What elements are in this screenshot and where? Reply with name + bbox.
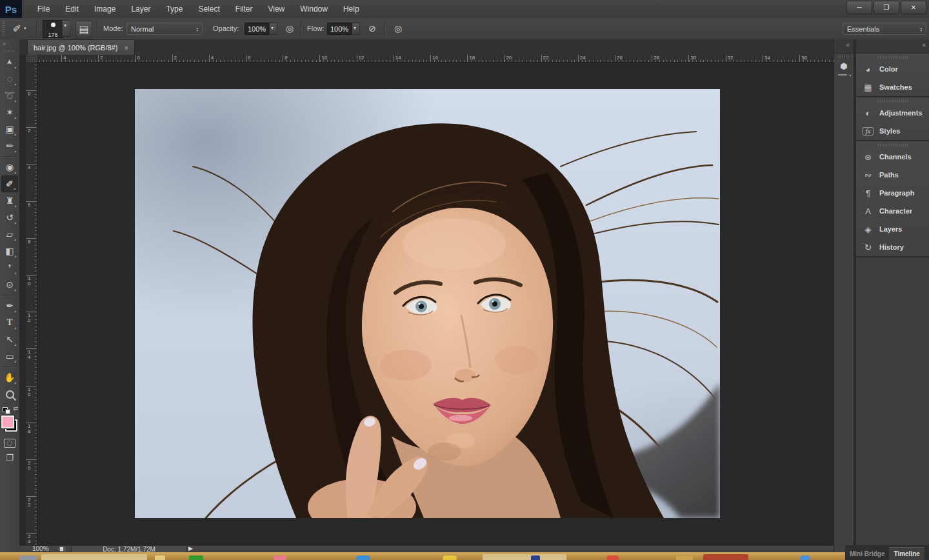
panel-tab-layers[interactable]: ◈Layers bbox=[856, 220, 929, 238]
flow-slider-arrow[interactable] bbox=[352, 23, 360, 35]
canvas-workspace[interactable]: 42024681012141618202224262830323436 0246… bbox=[19, 55, 834, 545]
move-tool[interactable]: ➤ bbox=[1, 54, 18, 70]
menu-file[interactable]: File bbox=[31, 1, 56, 17]
menu-edit[interactable]: Edit bbox=[59, 1, 85, 17]
menu-filter[interactable]: Filter bbox=[229, 1, 259, 17]
screen-mode-button[interactable]: ❐ bbox=[0, 453, 19, 463]
magic-wand-tool[interactable]: ✶ bbox=[1, 104, 18, 121]
dodge-tool[interactable]: ⊙ bbox=[1, 276, 18, 293]
type-tool[interactable]: T bbox=[1, 314, 18, 331]
panel-tab-color[interactable]: ◕Color bbox=[856, 60, 929, 78]
panel-tab-paths[interactable]: ∾Paths bbox=[856, 166, 929, 184]
tab-timeline[interactable]: Timeline bbox=[889, 547, 924, 560]
brush-tool[interactable]: ✐ bbox=[1, 175, 18, 192]
menu-view[interactable]: View bbox=[261, 1, 291, 17]
navy-app-taskbar-icon[interactable] bbox=[531, 555, 540, 560]
ruler-label: 4 bbox=[211, 55, 214, 61]
foreground-color-swatch[interactable] bbox=[1, 415, 14, 428]
status-options-arrow[interactable]: ▶ bbox=[188, 545, 193, 552]
panel-tab-channels[interactable]: ⊛Channels bbox=[856, 148, 929, 166]
tool-preset-picker[interactable]: ✐ ▾ bbox=[8, 21, 31, 36]
photo-canvas[interactable] bbox=[135, 89, 720, 518]
path-selection-tool[interactable]: ↖ bbox=[1, 331, 18, 348]
crop-tool[interactable]: ▣ bbox=[1, 121, 18, 137]
menu-help[interactable]: Help bbox=[337, 1, 366, 17]
close-tab-icon[interactable]: × bbox=[124, 44, 128, 52]
panel-tab-history[interactable]: ↻History bbox=[856, 238, 929, 256]
history-brush-tool[interactable]: ↺ bbox=[1, 209, 18, 226]
document-tab[interactable]: hair.jpg @ 100% (RGB/8#) × bbox=[27, 39, 135, 55]
opacity-slider-arrow[interactable] bbox=[269, 23, 277, 35]
zoom-tool[interactable] bbox=[1, 386, 18, 403]
restore-button[interactable]: ❐ bbox=[874, 1, 899, 14]
clone-stamp-tool[interactable]: ♜ bbox=[1, 192, 18, 209]
quick-mask-button[interactable] bbox=[4, 439, 15, 448]
start-orb-taskbar-icon[interactable] bbox=[19, 555, 37, 560]
3d-panel-button[interactable]: ⬢ bbox=[836, 61, 852, 76]
folder-taskbar-icon[interactable] bbox=[155, 555, 165, 560]
menu-select[interactable]: Select bbox=[192, 1, 226, 17]
collapse-dock-arrows[interactable]: « bbox=[834, 39, 854, 54]
windows-taskbar[interactable] bbox=[0, 552, 845, 560]
blend-mode-select[interactable]: Normal bbox=[126, 23, 203, 35]
lasso-tool[interactable]: ➰ bbox=[1, 87, 18, 104]
menu-layer[interactable]: Layer bbox=[125, 1, 157, 17]
open-window-taskbar-icon[interactable] bbox=[41, 554, 147, 560]
minimize-button[interactable]: ─ bbox=[846, 1, 872, 14]
tools-panel-expand[interactable]: » bbox=[0, 39, 19, 50]
panel-tab-styles[interactable]: fxStyles bbox=[856, 122, 929, 140]
default-colors-icon bbox=[5, 409, 10, 414]
eyedropper-tool[interactable]: ✏ bbox=[1, 137, 18, 154]
open-window-2-taskbar-icon[interactable] bbox=[483, 554, 566, 560]
red-outline-window-taskbar-icon[interactable] bbox=[703, 554, 748, 560]
brush-picker-arrow[interactable] bbox=[62, 20, 70, 37]
pressure-opacity-button[interactable]: ◎ bbox=[283, 21, 297, 36]
tab-mini-bridge[interactable]: Mini Bridge bbox=[845, 548, 889, 560]
zoom-level-field[interactable]: 100% bbox=[32, 545, 49, 552]
ruler-label: 4 bbox=[63, 55, 66, 61]
ruler-tick bbox=[394, 55, 394, 62]
ruler-label: 2 bbox=[174, 55, 177, 61]
menu-type[interactable]: Type bbox=[159, 1, 189, 17]
tan-app-taskbar-icon[interactable] bbox=[676, 555, 693, 560]
panel-tab-character[interactable]: ACharacter bbox=[856, 202, 929, 220]
yellow-app-taskbar-icon[interactable] bbox=[443, 555, 457, 560]
blue-app-taskbar-icon[interactable] bbox=[356, 555, 370, 560]
blur-tool[interactable]: ❜ bbox=[1, 259, 18, 276]
brush-size-picker[interactable]: 176 bbox=[43, 20, 63, 38]
shape-tool[interactable]: ▭ bbox=[1, 348, 18, 365]
workspace-select[interactable]: Essentials bbox=[843, 23, 926, 35]
panel-tab-swatches[interactable]: ▦Swatches bbox=[856, 78, 929, 96]
pink-app-taskbar-icon[interactable] bbox=[274, 555, 286, 560]
ruler-tick bbox=[763, 55, 763, 62]
flow-input[interactable]: 100% bbox=[327, 23, 352, 35]
menu-window[interactable]: Window bbox=[294, 1, 334, 17]
toggle-brush-panel-button[interactable]: ▤ bbox=[75, 21, 92, 37]
blue-pin-app-taskbar-icon[interactable] bbox=[800, 555, 810, 560]
opacity-input[interactable]: 100% bbox=[245, 23, 269, 35]
red-eye-healing-tool[interactable]: ◉ bbox=[1, 159, 18, 175]
tool-options-bar: ✐ ▾ 176 ▤ Mode: Normal Opacity: 100% ◎ F… bbox=[0, 18, 929, 40]
airbrush-button[interactable]: ⊘ bbox=[365, 21, 379, 36]
panel-tab-paragraph[interactable]: ¶Paragraph bbox=[856, 184, 929, 202]
ruler-tick bbox=[135, 55, 135, 62]
pen-tool[interactable]: ✒ bbox=[1, 297, 18, 314]
menu-image[interactable]: Image bbox=[88, 1, 122, 17]
marquee-tool[interactable]: ◌ bbox=[1, 70, 18, 87]
red-app-taskbar-icon[interactable] bbox=[606, 555, 619, 560]
default-swap-colors[interactable]: ⇄ bbox=[0, 405, 19, 414]
vertical-ruler[interactable]: 024681012141618202224 bbox=[26, 62, 37, 545]
horizontal-ruler[interactable]: 42024681012141618202224262830323436 bbox=[37, 55, 834, 63]
pressure-size-button[interactable]: ◎ bbox=[391, 21, 405, 36]
paint-bucket-tool[interactable]: ◧ bbox=[1, 243, 18, 259]
layers-icon: ◈ bbox=[863, 225, 874, 234]
status-page-icon[interactable] bbox=[58, 546, 66, 552]
hand-tool[interactable]: ✋ bbox=[1, 369, 18, 386]
ruler-tick bbox=[652, 55, 652, 62]
panel-tab-adjustments[interactable]: ◐Adjustments bbox=[856, 104, 929, 122]
options-bar-grip bbox=[2, 21, 5, 35]
green-app-taskbar-icon[interactable] bbox=[189, 555, 203, 560]
close-button[interactable]: ✕ bbox=[901, 1, 926, 14]
collapse-dock-arrows[interactable]: « bbox=[856, 39, 929, 54]
eraser-tool[interactable]: ▱ bbox=[1, 226, 18, 243]
